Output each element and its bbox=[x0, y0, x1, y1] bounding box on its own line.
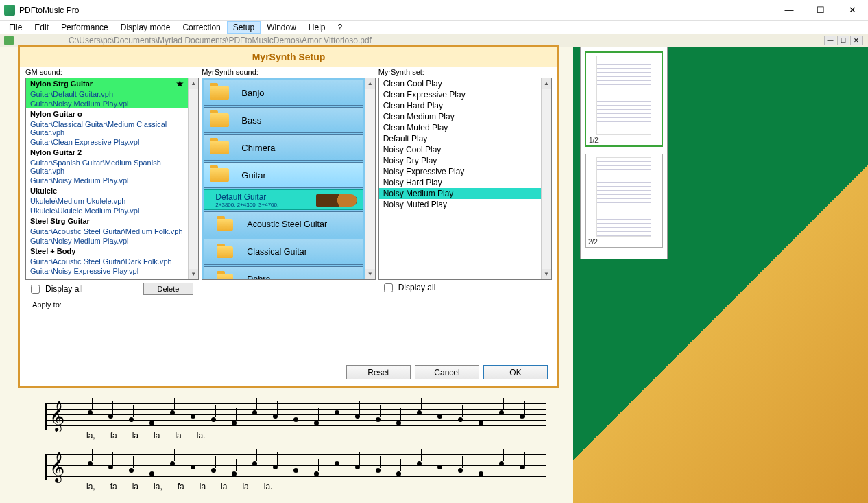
gm-sound-item[interactable]: Guitar\Spanish Guitar\Medium Spanish Gui… bbox=[26, 158, 188, 176]
gm-sound-header[interactable]: Steel + Body bbox=[26, 246, 188, 257]
gm-sound-header[interactable]: Nylon Strg Guitar★ bbox=[26, 78, 188, 89]
doc-maximize-button[interactable]: ☐ bbox=[837, 36, 849, 45]
dialog-title: MyrSynth Setup bbox=[20, 47, 557, 67]
apply-to-label: Apply to: bbox=[25, 298, 199, 312]
scrollbar[interactable]: ▲ ▼ bbox=[188, 78, 198, 279]
folder-row[interactable]: Chimera bbox=[204, 134, 363, 161]
gm-sound-header[interactable]: Steel Strg Guitar bbox=[26, 215, 188, 226]
lyric-syllable: la bbox=[242, 482, 248, 491]
folder-row[interactable]: Guitar bbox=[204, 162, 363, 188]
scroll-down-icon[interactable]: ▼ bbox=[542, 269, 551, 279]
scroll-up-icon[interactable]: ▲ bbox=[542, 78, 551, 89]
note-icon bbox=[273, 465, 278, 469]
cancel-button[interactable]: Cancel bbox=[415, 365, 479, 379]
gm-sound-label: GM sound: bbox=[25, 67, 199, 78]
minimize-button[interactable]: — bbox=[773, 0, 805, 21]
sound-item-selected[interactable]: Default Guitar2+3800, 2+4300, 3+4700, bbox=[204, 189, 363, 210]
scroll-down-icon[interactable]: ▼ bbox=[189, 269, 198, 279]
thumbnail[interactable]: 2/2 bbox=[585, 154, 663, 248]
scroll-down-icon[interactable]: ▼ bbox=[365, 269, 375, 279]
display-all-label-2: Display all bbox=[398, 283, 436, 292]
sub-folder-row[interactable]: Classical Guitar bbox=[204, 239, 363, 265]
folder-row[interactable]: Bass bbox=[204, 107, 363, 133]
gm-under-row: Display all Delete bbox=[25, 280, 199, 298]
note-icon bbox=[520, 414, 525, 419]
set-item[interactable]: Noisy Hard Play bbox=[379, 177, 541, 188]
note-icon bbox=[376, 468, 381, 473]
folder-label: Dobro bbox=[247, 274, 270, 280]
folder-row[interactable]: Banjo bbox=[204, 80, 363, 106]
sub-folder-row[interactable]: Dobro bbox=[204, 266, 363, 280]
menu-item-performance[interactable]: Performance bbox=[55, 21, 114, 34]
gm-sound-header[interactable]: Ukulele bbox=[26, 185, 188, 196]
display-all-checkbox-2[interactable] bbox=[384, 283, 393, 292]
menu-item-help[interactable]: Help bbox=[302, 21, 332, 34]
reset-button[interactable]: Reset bbox=[346, 365, 411, 379]
lyric-syllable: la, bbox=[86, 431, 95, 441]
gm-sound-item[interactable]: Guitar\Acoustic Steel Guitar\Dark Folk.v… bbox=[26, 257, 188, 266]
folder-label: Acoustic Steel Guitar bbox=[247, 220, 327, 229]
menu-item-setup[interactable]: Setup bbox=[227, 21, 261, 34]
scroll-up-icon[interactable]: ▲ bbox=[189, 78, 198, 89]
delete-button[interactable]: Delete bbox=[143, 283, 194, 295]
set-item[interactable]: Noisy Muted Play bbox=[379, 199, 541, 210]
set-item[interactable]: Clean Hard Play bbox=[379, 100, 541, 111]
dialog-buttons: Reset Cancel OK bbox=[346, 365, 548, 379]
gm-sound-item[interactable]: Guitar\Default Guitar.vph bbox=[26, 89, 188, 99]
myrsynth-sound-list[interactable]: BanjoBassChimeraGuitarDefault Guitar2+38… bbox=[202, 78, 375, 280]
set-item[interactable]: Noisy Medium Play bbox=[379, 188, 541, 199]
maximize-button[interactable]: ☐ bbox=[805, 0, 836, 21]
menu-item-edit[interactable]: Edit bbox=[28, 21, 55, 34]
gm-sound-item[interactable]: Ukulele\Medium Ukulele.vph bbox=[26, 196, 188, 206]
staff-lines: 𝄞 bbox=[45, 403, 546, 430]
guitar-icon bbox=[316, 194, 357, 207]
set-item[interactable]: Clean Medium Play bbox=[379, 111, 541, 122]
gm-sound-item[interactable]: Guitar\Noisy Medium Play.vpl bbox=[26, 236, 188, 246]
display-all-checkbox[interactable] bbox=[31, 285, 40, 294]
gm-sound-item[interactable]: Guitar\Classical Guitar\Medium Classical… bbox=[26, 119, 188, 137]
thumbnails-panel[interactable]: 1/22/2 bbox=[580, 47, 668, 259]
note-icon bbox=[458, 468, 463, 473]
scrollbar[interactable]: ▲ ▼ bbox=[365, 78, 375, 279]
lyric-syllable: la bbox=[200, 482, 206, 491]
scrollbar[interactable]: ▲ ▼ bbox=[541, 78, 551, 279]
menu-item-window[interactable]: Window bbox=[261, 21, 302, 34]
treble-clef-icon: 𝄞 bbox=[49, 401, 64, 432]
doc-minimize-button[interactable]: — bbox=[824, 36, 836, 45]
folder-icon bbox=[210, 86, 229, 100]
gm-sound-item[interactable]: Guitar\Noisy Medium Play.vpl bbox=[26, 99, 188, 108]
close-button[interactable]: ✕ bbox=[836, 0, 868, 21]
menu-item-display-mode[interactable]: Display mode bbox=[114, 21, 177, 34]
set-item[interactable]: Noisy Cool Play bbox=[379, 144, 541, 155]
note-icon bbox=[129, 417, 134, 422]
gm-sound-item[interactable]: Guitar\Acoustic Steel Guitar\Medium Folk… bbox=[26, 226, 188, 236]
set-item[interactable]: Clean Cool Play bbox=[379, 78, 541, 89]
folder-icon bbox=[210, 168, 229, 182]
gm-sound-item[interactable]: Guitar\Clean Expressive Play.vpl bbox=[26, 137, 188, 147]
note-icon bbox=[417, 410, 422, 415]
set-item[interactable]: Clean Muted Play bbox=[379, 122, 541, 133]
set-item[interactable]: Noisy Dry Play bbox=[379, 155, 541, 166]
sub-folder-row[interactable]: Acoustic Steel Guitar bbox=[204, 211, 363, 237]
gm-sound-item[interactable]: Ukulele\Ukulele Medium Play.vpl bbox=[26, 206, 188, 215]
gm-sound-item[interactable]: Guitar\Noisy Medium Play.vpl bbox=[26, 176, 188, 185]
gm-sound-list[interactable]: Nylon Strg Guitar★Guitar\Default Guitar.… bbox=[25, 78, 199, 280]
workspace: MyrSynth Setup GM sound: Nylon Strg Guit… bbox=[0, 47, 868, 503]
note-icon bbox=[314, 421, 319, 425]
gm-sound-header[interactable]: Nylon Guitar 2 bbox=[26, 147, 188, 158]
gm-sound-item[interactable]: Guitar\Noisy Expressive Play.vpl bbox=[26, 266, 188, 276]
ok-button[interactable]: OK bbox=[483, 365, 548, 379]
myrsynth-set-list[interactable]: Clean Cool PlayClean Expressive PlayClea… bbox=[378, 78, 552, 280]
menu-item-correction[interactable]: Correction bbox=[176, 21, 226, 34]
menu-item-file[interactable]: File bbox=[3, 21, 28, 34]
score-view[interactable]: 𝄞 la,falalalala. 𝄞 la,falala,falalalala. bbox=[18, 394, 573, 503]
thumbnail[interactable]: 1/2 bbox=[585, 51, 663, 147]
doc-close-button[interactable]: ✕ bbox=[850, 36, 863, 45]
menu-item-?[interactable]: ? bbox=[332, 21, 349, 34]
scroll-up-icon[interactable]: ▲ bbox=[365, 78, 375, 89]
set-item[interactable]: Noisy Expressive Play bbox=[379, 166, 541, 177]
set-item[interactable]: Clean Expressive Play bbox=[379, 89, 541, 100]
note-icon bbox=[479, 471, 483, 476]
gm-sound-header[interactable]: Nylon Guitar o bbox=[26, 108, 188, 119]
set-item[interactable]: Default Play bbox=[379, 133, 541, 144]
